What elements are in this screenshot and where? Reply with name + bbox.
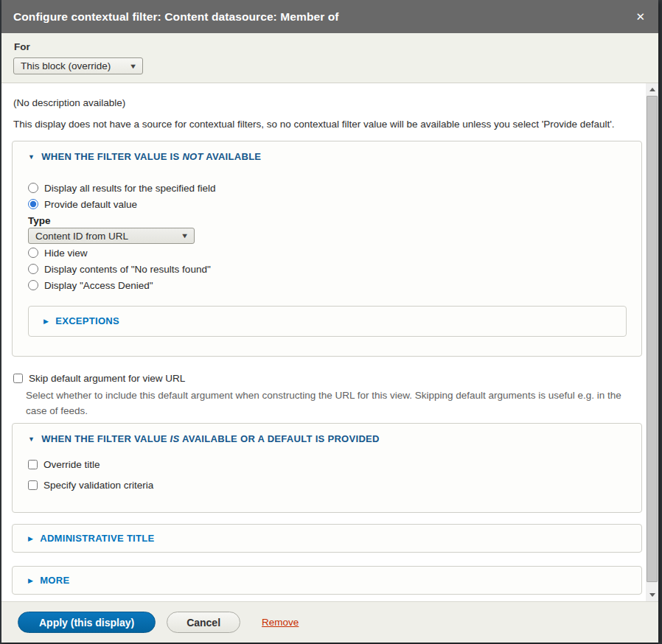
fieldset-legend-available[interactable]: ▼ WHEN THE FILTER VALUE IS AVAILABLE OR … (28, 433, 627, 446)
legend-text: AVAILABLE OR A DEFAULT IS PROVIDED (180, 433, 380, 444)
chevron-down-icon: ▼ (129, 63, 137, 70)
checkbox-label: Skip default argument for view URL (29, 373, 185, 384)
cancel-button[interactable]: Cancel (167, 612, 240, 633)
fieldset-legend-administrative-title[interactable]: ▶ ADMINISTRATIVE TITLE (28, 532, 627, 545)
radio-display-all-results[interactable]: Display all results for the specified fi… (28, 180, 627, 196)
checkbox-input[interactable] (13, 374, 23, 383)
legend-text: WHEN THE FILTER VALUE (41, 433, 170, 444)
legend-emphasis: NOT (182, 151, 203, 162)
radio-input[interactable] (28, 264, 38, 274)
radio-display-no-results[interactable]: Display contents of "No results found" (28, 261, 627, 277)
legend-text: AVAILABLE (203, 151, 262, 162)
caret-down-icon: ▼ (28, 436, 35, 443)
content-inner: (No description available) This display … (1, 83, 646, 595)
radio-label: Provide default value (44, 199, 137, 210)
radio-input[interactable] (28, 248, 38, 258)
type-select-value: Content ID from URL (35, 231, 128, 242)
dialog-footer: Apply (this display) Cancel Remove (1, 601, 658, 643)
checkbox-override-title[interactable]: Override title (28, 456, 627, 472)
no-description-text: (No description available) (13, 96, 641, 111)
for-select[interactable]: This block (override) ▼ (13, 57, 143, 74)
radio-label: Display contents of "No results found" (44, 264, 211, 275)
radio-input[interactable] (28, 199, 38, 209)
scroll-up-arrow-icon[interactable] (646, 83, 658, 96)
scrollbar[interactable] (646, 83, 658, 601)
caret-right-icon: ▶ (28, 578, 33, 584)
apply-button[interactable]: Apply (this display) (18, 612, 156, 633)
checkbox-label: Specify validation criteria (43, 480, 153, 491)
fieldset-legend-more[interactable]: ▶ MORE (28, 574, 627, 587)
radio-hide-view[interactable]: Hide view (28, 245, 627, 261)
radio-label: Hide view (44, 248, 88, 259)
radio-display-access-denied[interactable]: Display "Access Denied" (28, 277, 627, 293)
legend-emphasis: IS (170, 433, 180, 444)
fieldset-filter-available: ▼ WHEN THE FILTER VALUE IS AVAILABLE OR … (12, 423, 642, 513)
skip-default-description: Select whether to include this default a… (26, 388, 642, 419)
type-select[interactable]: Content ID from URL ▼ (28, 228, 195, 244)
display-note-text: This display does not have a source for … (13, 117, 641, 132)
radio-input[interactable] (28, 183, 38, 193)
radio-input[interactable] (28, 280, 38, 290)
dialog-titlebar: Configure contextual filter: Content dat… (1, 0, 658, 33)
caret-right-icon: ▶ (43, 318, 49, 325)
dialog-title: Configure contextual filter: Content dat… (13, 10, 339, 24)
radio-provide-default-value[interactable]: Provide default value (28, 196, 627, 212)
for-label: For (14, 41, 647, 52)
checkbox-skip-default-argument[interactable]: Skip default argument for view URL (13, 370, 641, 386)
scroll-down-arrow-icon[interactable] (646, 589, 658, 601)
checkbox-input[interactable] (28, 480, 38, 490)
checkbox-input[interactable] (28, 460, 38, 469)
dialog-content: (No description available) This display … (1, 83, 658, 601)
legend-text: ADMINISTRATIVE TITLE (40, 532, 154, 545)
fieldset-exceptions: ▶ EXCEPTIONS (28, 306, 627, 337)
checkbox-label: Override title (43, 459, 100, 470)
fieldset-legend-exceptions[interactable]: ▶ EXCEPTIONS (43, 315, 626, 328)
chevron-down-icon: ▼ (181, 232, 189, 239)
legend-text: EXCEPTIONS (55, 315, 119, 328)
caret-down-icon: ▼ (28, 154, 35, 161)
fieldset-more: ▶ MORE (12, 566, 642, 595)
configure-contextual-filter-dialog: Configure contextual filter: Content dat… (1, 0, 658, 643)
radio-label: Display "Access Denied" (44, 280, 153, 291)
legend-text: WHEN THE FILTER VALUE IS (41, 151, 182, 162)
type-label: Type (28, 215, 627, 227)
close-icon[interactable]: ✕ (635, 11, 645, 22)
checkbox-specify-validation[interactable]: Specify validation criteria (28, 477, 627, 493)
fieldset-filter-not-available: ▼ WHEN THE FILTER VALUE IS NOT AVAILABLE… (12, 141, 642, 357)
fieldset-legend-not-available[interactable]: ▼ WHEN THE FILTER VALUE IS NOT AVAILABLE (28, 150, 627, 164)
fieldset-administrative-title: ▶ ADMINISTRATIVE TITLE (12, 524, 642, 553)
caret-right-icon: ▶ (28, 536, 33, 542)
scrollbar-thumb[interactable] (647, 96, 658, 582)
radio-label: Display all results for the specified fi… (44, 183, 216, 194)
for-select-value: This block (override) (21, 60, 111, 71)
remove-link[interactable]: Remove (262, 617, 299, 628)
for-section: For This block (override) ▼ (1, 33, 658, 83)
legend-text: MORE (40, 574, 69, 587)
